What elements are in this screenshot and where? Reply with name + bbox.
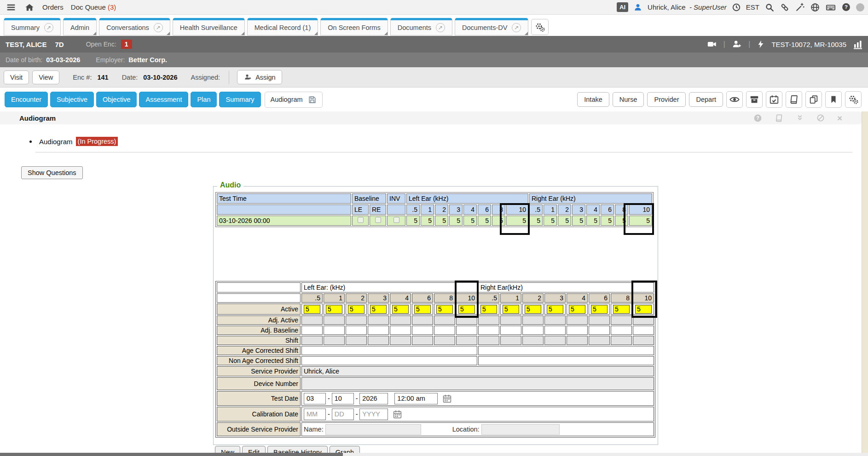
intake-button[interactable]: Intake: [577, 92, 609, 107]
t2-active-cell: 5: [633, 304, 654, 315]
nurse-button[interactable]: Nurse: [613, 92, 644, 107]
active-left-threshold-input[interactable]: 5: [458, 305, 475, 314]
active-left-threshold-input[interactable]: 5: [414, 305, 431, 314]
eye-icon[interactable]: [726, 91, 743, 108]
calendar-check-icon[interactable]: [766, 91, 782, 108]
active-right-threshold-input[interactable]: 5: [569, 305, 585, 314]
active-left-threshold-input[interactable]: 5: [370, 305, 387, 314]
assessment-button[interactable]: Assessment: [139, 92, 188, 107]
home-icon[interactable]: [24, 2, 35, 12]
inv-checkbox[interactable]: [393, 217, 399, 223]
active-right-threshold-input[interactable]: 5: [547, 305, 563, 314]
tab-label: Documents: [398, 24, 431, 31]
tab-admin[interactable]: Admin: [63, 18, 97, 35]
tab-medical-record-1[interactable]: Medical Record (1): [247, 18, 318, 35]
book-icon[interactable]: [786, 91, 802, 108]
hamburger-menu-icon[interactable]: [6, 2, 17, 12]
outside-name-input[interactable]: [325, 424, 421, 435]
panel-help-icon[interactable]: ?: [753, 114, 762, 123]
horizontal-scrollbar-thumb[interactable]: [0, 453, 343, 456]
panel-close-icon[interactable]: ×: [837, 114, 842, 123]
wand-icon[interactable]: [795, 2, 805, 12]
visit-button[interactable]: Visit: [4, 70, 29, 84]
show-questions-button[interactable]: Show Questions: [21, 166, 83, 179]
active-left-threshold-input[interactable]: 5: [304, 305, 320, 314]
depart-button[interactable]: Depart: [689, 92, 723, 107]
provider-button[interactable]: Provider: [647, 92, 686, 107]
outside-location-input[interactable]: [481, 424, 560, 435]
panel-collapse-icon[interactable]: [796, 114, 804, 122]
active-right-threshold-input[interactable]: 5: [480, 305, 497, 314]
visit-date-label: Date:: [122, 74, 138, 81]
active-right-threshold-input[interactable]: 5: [591, 305, 608, 314]
copy-icon[interactable]: [805, 91, 822, 108]
settings-gears-icon[interactable]: [845, 91, 862, 108]
summary-button[interactable]: Summary: [219, 92, 260, 107]
view-button[interactable]: View: [32, 70, 59, 84]
search-icon[interactable]: [764, 2, 775, 12]
horizontal-scrollbar[interactable]: [0, 453, 868, 456]
objective-button[interactable]: Objective: [96, 92, 137, 107]
calibration-calendar-icon[interactable]: [393, 409, 402, 419]
tab-summary[interactable]: Summary↗: [4, 18, 61, 35]
save-icon[interactable]: [308, 95, 317, 104]
tab-settings-gears-icon[interactable]: [531, 19, 549, 35]
add-user-icon[interactable]: [731, 39, 742, 49]
t2-adj-baseline-cell: [567, 326, 588, 335]
link-icon[interactable]: [780, 2, 790, 12]
calibration-year-input[interactable]: [359, 409, 388, 420]
globe-icon[interactable]: [810, 2, 820, 12]
audiogram-list-item[interactable]: Audiogram (In Progress): [29, 137, 118, 146]
lightning-icon[interactable]: [756, 39, 765, 49]
ai-badge[interactable]: AI: [617, 2, 628, 12]
subjective-button[interactable]: Subjective: [50, 92, 94, 107]
tab-documents-dv[interactable]: Documents-DV↗: [455, 18, 528, 35]
test-date-year-input[interactable]: [359, 393, 388, 404]
tab-conversations[interactable]: Conversations↗: [99, 18, 170, 35]
active-right-threshold-input[interactable]: 5: [613, 305, 630, 314]
help-icon[interactable]: ?: [841, 2, 851, 12]
active-right-threshold-input[interactable]: 5: [525, 305, 541, 314]
tab-on-screen-forms[interactable]: On Screen Forms: [320, 18, 388, 35]
tab-health-surveillance[interactable]: Health Surveillance: [173, 18, 245, 35]
encounter-button[interactable]: Encounter: [5, 92, 48, 107]
panel-header-icons: ? ×: [753, 114, 842, 123]
baseline-re-checkbox[interactable]: [375, 217, 381, 223]
bookmark-icon[interactable]: [825, 91, 842, 108]
active-left-threshold-input[interactable]: 5: [392, 305, 409, 314]
active-left-threshold-input[interactable]: 5: [436, 305, 453, 314]
audiogram-panel-header: Audiogram ? ×: [0, 111, 862, 124]
t2-shift-cell: [434, 336, 455, 345]
test-date-day-input[interactable]: [332, 393, 354, 404]
test-date-time-input[interactable]: [394, 393, 438, 404]
keyboard-icon[interactable]: [825, 2, 836, 12]
test-date-month-input[interactable]: [304, 393, 326, 404]
assign-button[interactable]: Assign: [237, 70, 282, 84]
user-menu[interactable]: Uhrick, Alice - SuperUser: [648, 3, 727, 11]
tab-documents[interactable]: Documents↗: [390, 18, 452, 35]
baseline-le-checkbox[interactable]: [358, 217, 364, 223]
bar-chart-icon[interactable]: [852, 39, 863, 50]
open-enc-badge[interactable]: 1: [121, 40, 132, 49]
doc-queue-link[interactable]: Doc Queue (3): [71, 3, 116, 11]
panel-disable-icon[interactable]: [816, 114, 825, 122]
stage-buttons-host: IntakeNurseProviderDepart: [577, 92, 723, 107]
t1-header-inv: INV: [387, 193, 405, 204]
audiogram-doc-tab[interactable]: Audiogram: [265, 92, 323, 108]
active-right-threshold-input[interactable]: 5: [503, 305, 519, 314]
test-date-calendar-icon[interactable]: [442, 394, 452, 403]
orders-link[interactable]: Orders: [42, 3, 64, 11]
t1-subheader-blank: [217, 205, 351, 215]
active-right-threshold-input[interactable]: 5: [635, 305, 652, 314]
t2-active-cell: 5: [478, 304, 499, 315]
calibration-day-input[interactable]: [332, 409, 354, 420]
plan-button[interactable]: Plan: [191, 92, 217, 107]
archive-icon[interactable]: [746, 91, 763, 108]
active-left-threshold-input[interactable]: 5: [326, 305, 342, 314]
active-left-threshold-input[interactable]: 5: [348, 305, 365, 314]
video-camera-icon[interactable]: [706, 39, 718, 49]
audiogram-doc-tab-label: Audiogram: [271, 96, 303, 103]
panel-book-icon[interactable]: [775, 114, 783, 123]
calibration-month-input[interactable]: [304, 409, 326, 420]
t2-shift-cell: [346, 336, 367, 345]
